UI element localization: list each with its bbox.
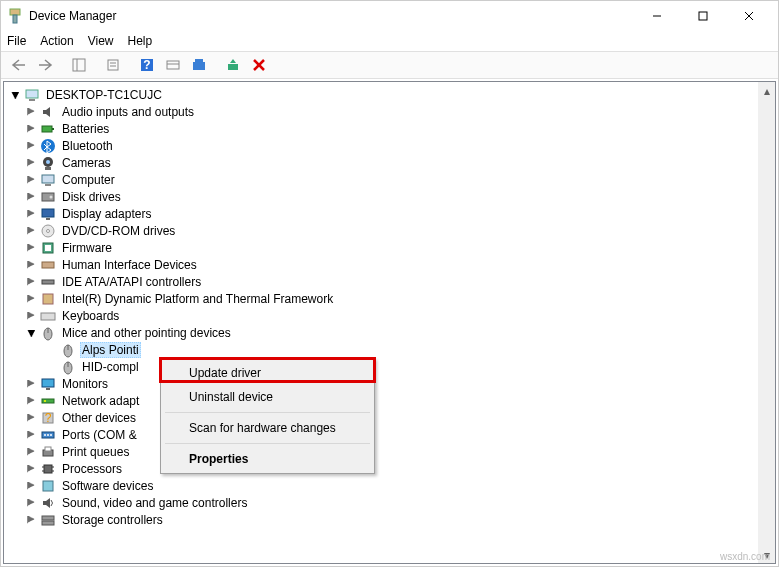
- category-dvd[interactable]: ⯈DVD/CD-ROM drives: [4, 222, 775, 239]
- scan-button[interactable]: [161, 53, 185, 77]
- category-label: Firmware: [60, 241, 114, 255]
- bt-icon: [40, 138, 56, 154]
- scrollbar[interactable]: ▴ ▾: [758, 82, 775, 563]
- mouse-icon: [60, 342, 76, 358]
- expand-icon[interactable]: ⯈: [24, 260, 38, 270]
- back-button[interactable]: [7, 53, 31, 77]
- expand-icon[interactable]: ⯈: [24, 226, 38, 236]
- help-button[interactable]: ?: [135, 53, 159, 77]
- category-ports[interactable]: ⯈Ports (COM &: [4, 426, 775, 443]
- dvd-icon: [40, 223, 56, 239]
- category-label: Network adapt: [60, 394, 141, 408]
- expand-icon[interactable]: ⯈: [24, 311, 38, 321]
- forward-button[interactable]: [33, 53, 57, 77]
- expand-icon[interactable]: ⯈: [24, 498, 38, 508]
- expand-icon[interactable]: ⯈: [24, 379, 38, 389]
- svg-rect-40: [43, 294, 53, 304]
- category-storage[interactable]: ⯈Storage controllers: [4, 511, 775, 528]
- expand-icon[interactable]: ⯈: [24, 107, 38, 117]
- expand-icon[interactable]: ⯈: [24, 277, 38, 287]
- collapse-icon[interactable]: ⯆: [24, 328, 38, 338]
- menu-file[interactable]: File: [7, 34, 26, 48]
- close-button[interactable]: [726, 1, 772, 31]
- category-bt[interactable]: ⯈Bluetooth: [4, 137, 775, 154]
- expand-icon[interactable]: ⯆: [8, 90, 22, 100]
- category-fw[interactable]: ⯈Firmware: [4, 239, 775, 256]
- properties-button[interactable]: [101, 53, 125, 77]
- uninstall-button[interactable]: [247, 53, 271, 77]
- mon-icon: [40, 376, 56, 392]
- svg-text:?: ?: [45, 411, 52, 425]
- maximize-button[interactable]: [680, 1, 726, 31]
- expand-icon[interactable]: ⯈: [24, 124, 38, 134]
- ctx-separator: [165, 443, 370, 444]
- enable-button[interactable]: [221, 53, 245, 77]
- category-label: Keyboards: [60, 309, 121, 323]
- svg-rect-13: [167, 61, 179, 69]
- menu-help[interactable]: Help: [128, 34, 153, 48]
- category-intel[interactable]: ⯈Intel(R) Dynamic Platform and Thermal F…: [4, 290, 775, 307]
- expand-icon[interactable]: ⯈: [24, 175, 38, 185]
- category-other[interactable]: ⯈?Other devices: [4, 409, 775, 426]
- svg-rect-32: [42, 209, 54, 217]
- expand-icon[interactable]: ⯈: [24, 515, 38, 525]
- expand-icon[interactable]: ⯈: [24, 209, 38, 219]
- device-hidm[interactable]: HID-compl: [4, 358, 775, 375]
- category-ide[interactable]: ⯈IDE ATA/ATAPI controllers: [4, 273, 775, 290]
- category-audio[interactable]: ⯈Audio inputs and outputs: [4, 103, 775, 120]
- expand-icon[interactable]: ⯈: [24, 413, 38, 423]
- category-mice[interactable]: ⯆Mice and other pointing devices: [4, 324, 775, 341]
- svg-rect-27: [45, 167, 51, 170]
- audio-icon: [40, 104, 56, 120]
- svg-point-35: [47, 229, 50, 232]
- category-label: Monitors: [60, 377, 110, 391]
- tree-root[interactable]: ⯆DESKTOP-TC1CUJC: [4, 86, 775, 103]
- category-label: DVD/CD-ROM drives: [60, 224, 177, 238]
- sw-icon: [40, 478, 56, 494]
- device-label: HID-compl: [80, 360, 141, 374]
- category-disp[interactable]: ⯈Display adapters: [4, 205, 775, 222]
- expand-icon[interactable]: ⯈: [24, 447, 38, 457]
- category-hid[interactable]: ⯈Human Interface Devices: [4, 256, 775, 273]
- context-menu: Update driver Uninstall device Scan for …: [160, 358, 375, 474]
- category-disk[interactable]: ⯈Disk drives: [4, 188, 775, 205]
- category-cam[interactable]: ⯈Cameras: [4, 154, 775, 171]
- category-sw[interactable]: ⯈Software devices: [4, 477, 775, 494]
- update-driver-button[interactable]: [187, 53, 211, 77]
- expand-icon[interactable]: ⯈: [24, 158, 38, 168]
- category-label: Intel(R) Dynamic Platform and Thermal Fr…: [60, 292, 335, 306]
- expand-icon[interactable]: ⯈: [24, 464, 38, 474]
- expand-icon[interactable]: ⯈: [24, 192, 38, 202]
- svg-rect-68: [42, 521, 54, 525]
- category-mon[interactable]: ⯈Monitors: [4, 375, 775, 392]
- expand-icon[interactable]: ⯈: [24, 141, 38, 151]
- category-kb[interactable]: ⯈Keyboards: [4, 307, 775, 324]
- expand-icon[interactable]: ⯈: [24, 243, 38, 253]
- category-comp[interactable]: ⯈Computer: [4, 171, 775, 188]
- expand-icon[interactable]: ⯈: [24, 430, 38, 440]
- device-alps[interactable]: Alps Pointi: [4, 341, 775, 358]
- device-tree[interactable]: ⯆DESKTOP-TC1CUJC⯈Audio inputs and output…: [4, 82, 775, 532]
- category-batt[interactable]: ⯈Batteries: [4, 120, 775, 137]
- cam-icon: [40, 155, 56, 171]
- expand-icon[interactable]: ⯈: [24, 294, 38, 304]
- menu-view[interactable]: View: [88, 34, 114, 48]
- expand-icon[interactable]: ⯈: [24, 481, 38, 491]
- category-label: Software devices: [60, 479, 155, 493]
- expand-icon[interactable]: ⯈: [24, 396, 38, 406]
- menu-action[interactable]: Action: [40, 34, 73, 48]
- ctx-update-driver[interactable]: Update driver: [163, 361, 372, 385]
- mouse-icon: [60, 359, 76, 375]
- show-hide-button[interactable]: [67, 53, 91, 77]
- category-svg[interactable]: ⯈Sound, video and game controllers: [4, 494, 775, 511]
- svg-rect-17: [228, 64, 238, 70]
- scroll-up-icon[interactable]: ▴: [758, 82, 775, 99]
- minimize-button[interactable]: [634, 1, 680, 31]
- category-net[interactable]: ⯈Network adapt: [4, 392, 775, 409]
- category-printq[interactable]: ⯈Print queues: [4, 443, 775, 460]
- category-proc[interactable]: ⯈Processors: [4, 460, 775, 477]
- ctx-uninstall[interactable]: Uninstall device: [163, 385, 372, 409]
- ctx-scan[interactable]: Scan for hardware changes: [163, 416, 372, 440]
- app-icon: [7, 8, 23, 24]
- ctx-properties[interactable]: Properties: [163, 447, 372, 471]
